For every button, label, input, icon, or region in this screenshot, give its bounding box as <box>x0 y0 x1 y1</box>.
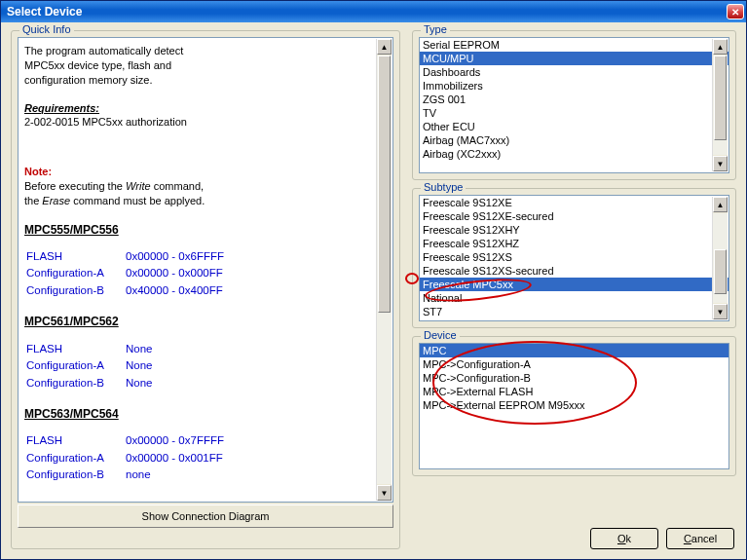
scroll-down-icon[interactable]: ▼ <box>713 304 728 319</box>
memory-region-range: 0x00000 - 0x000FF <box>126 266 230 281</box>
quick-info-viewport: The program automatically detect MPC5xx … <box>18 37 393 503</box>
requirements-text: 2-002-0015 MPC5xx authorization <box>24 115 389 130</box>
memory-region-name: Configuration-B <box>26 283 124 299</box>
list-item[interactable]: ZGS 001 <box>420 93 728 106</box>
quick-info-group: Quick Info The program automatically det… <box>11 30 400 549</box>
list-item[interactable]: TV <box>420 106 728 120</box>
memory-region-name: FLASH <box>26 342 124 357</box>
dialog-buttons: Ok Cancel <box>412 524 736 549</box>
quick-info-legend: Quick Info <box>19 23 74 35</box>
scroll-up-icon[interactable]: ▲ <box>377 39 392 55</box>
list-item[interactable]: Freescale MPC5xx <box>420 278 728 291</box>
intro-line: MPC5xx device type, flash and <box>24 58 389 73</box>
list-item[interactable]: MPC->External FLASH <box>420 385 728 398</box>
list-item[interactable]: Immobilizers <box>420 79 728 93</box>
titlebar: Select Device ✕ <box>1 1 746 22</box>
scroll-track[interactable] <box>377 56 392 484</box>
scroll-thumb[interactable] <box>714 56 727 140</box>
subtype-scrollbar[interactable]: ▲ ▼ <box>712 197 728 319</box>
list-item[interactable]: Airbag (MAC7xxx) <box>420 133 728 147</box>
memory-region-range: None <box>126 342 159 357</box>
subtype-group: Subtype Freescale 9S12XEFreescale 9S12XE… <box>412 188 736 328</box>
memory-region-range: 0x40000 - 0x400FF <box>126 283 230 299</box>
show-connection-label: Show Connection Diagram <box>142 510 270 522</box>
show-connection-diagram-button[interactable]: Show Connection Diagram <box>18 504 393 528</box>
requirements-label: Requirements: <box>24 101 389 116</box>
intro-line: configuration memory size. <box>24 73 389 88</box>
subtype-legend: Subtype <box>421 181 466 193</box>
memory-region-range: 0x00000 - 0x6FFFF <box>126 249 230 265</box>
list-item[interactable]: Other ECU <box>420 120 728 133</box>
list-item[interactable]: Freescale 9S12XE-secured <box>420 209 728 223</box>
scroll-up-icon[interactable]: ▲ <box>713 197 728 212</box>
left-column: Quick Info The program automatically det… <box>11 30 400 549</box>
memory-region-name: Configuration-B <box>26 467 124 483</box>
list-item[interactable]: Freescale 9S12XE <box>420 196 728 209</box>
memory-section-title: MPC563/MPC564 <box>24 406 389 422</box>
type-scrollbar[interactable]: ▲ ▼ <box>712 39 728 171</box>
list-item[interactable]: Freescale 9S12XS <box>420 250 728 264</box>
type-listbox[interactable]: Serial EEPROMMCU/MPUDashboardsImmobilize… <box>419 37 729 173</box>
memory-region-name: Configuration-A <box>26 451 124 467</box>
intro-line: The program automatically detect <box>24 44 389 58</box>
note-line: Before executing the Write command, <box>24 179 389 194</box>
memory-region-range: none <box>126 467 230 483</box>
subtype-listbox[interactable]: Freescale 9S12XEFreescale 9S12XE-secured… <box>419 195 729 321</box>
memory-region-range: 0x00000 - 0x001FF <box>126 451 230 467</box>
scroll-down-icon[interactable]: ▼ <box>713 156 728 171</box>
quick-info-body: The program automatically detect MPC5xx … <box>24 44 389 485</box>
list-item[interactable]: MPC->External EEPROM M95xxx <box>420 398 728 412</box>
note-label: Note: <box>24 166 52 177</box>
close-icon[interactable]: ✕ <box>727 4 744 19</box>
memory-region-name: Configuration-B <box>26 376 124 392</box>
memory-region-name: FLASH <box>26 433 124 449</box>
content-area: Quick Info The program automatically det… <box>1 22 746 559</box>
list-item[interactable]: MCU/MPU <box>420 52 728 65</box>
scroll-down-icon[interactable]: ▼ <box>377 485 392 501</box>
memory-section-title: MPC561/MPC562 <box>24 314 389 329</box>
select-device-window: Select Device ✕ Quick Info The program a… <box>0 0 747 560</box>
list-item[interactable]: National <box>420 291 728 305</box>
info-scrollbar[interactable]: ▲ ▼ <box>376 39 392 501</box>
memory-region-range: 0x00000 - 0x7FFFF <box>126 433 230 449</box>
list-item[interactable]: Airbag (XC2xxx) <box>420 147 728 161</box>
device-group: Device MPCMPC->Configuration-AMPC->Confi… <box>412 336 736 476</box>
list-item[interactable]: ST7 <box>420 305 728 318</box>
memory-region-range: None <box>126 376 159 392</box>
scroll-up-icon[interactable]: ▲ <box>713 39 728 55</box>
scroll-thumb[interactable] <box>714 249 727 294</box>
list-item[interactable]: MPC <box>420 344 728 357</box>
list-item[interactable]: Freescale 9S12XHY <box>420 223 728 237</box>
list-item[interactable]: Freescale 9S12XS-secured <box>420 264 728 278</box>
memory-region-range: None <box>126 358 159 374</box>
list-item[interactable]: Serial EEPROM <box>420 38 728 52</box>
type-group: Type Serial EEPROMMCU/MPUDashboardsImmob… <box>412 30 736 180</box>
memory-sections: MPC555/MPC556FLASH0x00000 - 0x6FFFFConfi… <box>24 208 389 485</box>
memory-region-name: Configuration-A <box>26 266 124 281</box>
memory-region-name: Configuration-A <box>26 358 124 374</box>
device-listbox[interactable]: MPCMPC->Configuration-AMPC->Configuratio… <box>419 343 729 469</box>
cancel-button[interactable]: Cancel <box>666 528 734 549</box>
list-item[interactable]: MPC->Configuration-B <box>420 371 728 385</box>
scroll-thumb[interactable] <box>378 56 391 313</box>
list-item[interactable]: MPC->Configuration-A <box>420 357 728 371</box>
window-title: Select Device <box>7 5 82 19</box>
annotation-circle-icon <box>405 273 419 284</box>
memory-section-title: MPC555/MPC556 <box>24 222 389 238</box>
list-item[interactable]: Dashboards <box>420 65 728 79</box>
list-item[interactable]: Freescale 9S12XHZ <box>420 237 728 250</box>
note-line: the Erase command must be applyed. <box>24 194 389 208</box>
ok-button[interactable]: Ok <box>590 528 658 549</box>
type-legend: Type <box>421 23 450 35</box>
device-legend: Device <box>421 329 460 341</box>
memory-region-name: FLASH <box>26 249 124 265</box>
right-column: Type Serial EEPROMMCU/MPUDashboardsImmob… <box>412 30 736 549</box>
